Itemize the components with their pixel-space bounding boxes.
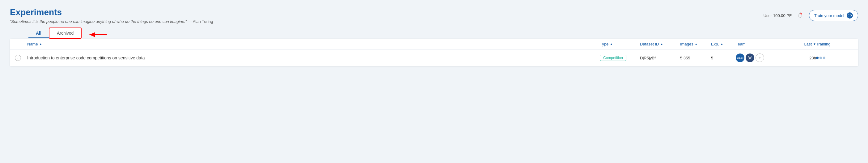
experiment-name[interactable]: Introduction to enterprise code competit… (27, 55, 600, 60)
dataset-sort-icon: ▲ (660, 43, 663, 46)
user-label: User (763, 13, 772, 18)
red-arrow-annotation (84, 30, 109, 39)
col-dataset-header[interactable]: Dataset ID ▲ (640, 42, 680, 46)
last-sort-icon: ▼ (813, 43, 816, 46)
exp-count: 5 (711, 56, 736, 60)
tab-archived[interactable]: Archived (49, 28, 82, 39)
quote-text: "Sometimes it is the people no one can i… (10, 19, 213, 24)
name-sort-icon: ▲ (39, 43, 42, 46)
page-container: Experiments "Sometimes it is the people … (0, 0, 868, 163)
exp-sort-icon: ▲ (720, 43, 723, 46)
quote-content: "Sometimes it is the people no one can i… (10, 19, 187, 24)
col-training-header: Training (816, 42, 841, 46)
svg-point-0 (800, 13, 802, 15)
last-time: 23h (785, 56, 816, 60)
col-exp-header[interactable]: Exp. ▲ (711, 42, 736, 46)
team-column: CEBI + (736, 54, 785, 62)
quote-author: — Alan Turing (188, 19, 213, 24)
col-type-header[interactable]: Type ▲ (600, 42, 640, 46)
team-avatar-gear[interactable] (746, 54, 754, 62)
table-header: Name ▲ Type ▲ Dataset ID ▲ Images ▲ Exp.… (10, 39, 858, 50)
col-team-header: Team (736, 42, 785, 46)
col-images-header[interactable]: Images ▲ (680, 42, 711, 46)
dot-1 (816, 57, 818, 59)
table-row: i Introduction to enterprise code compet… (10, 50, 858, 66)
training-status (816, 57, 841, 59)
header-right: User 100.00 PF Train your model CO (763, 7, 858, 21)
col-name-header[interactable]: Name ▲ (27, 42, 600, 46)
images-sort-icon: ▲ (695, 43, 698, 46)
images-count: 5 355 (680, 56, 711, 60)
col-last-header[interactable]: Last ▼ (785, 42, 816, 46)
co-logo-icon: CO (847, 12, 853, 19)
train-button-label: Train your model (814, 13, 844, 18)
page-title: Experiments (10, 7, 213, 17)
dot-3 (823, 57, 825, 59)
dataset-id: DjR5jyBf (640, 56, 680, 60)
notification-bell-icon[interactable] (797, 12, 804, 19)
competition-badge[interactable]: Competition (600, 55, 626, 61)
experiment-type: Competition (600, 55, 640, 61)
row-more-options-button[interactable]: ⋮ (841, 54, 853, 61)
tab-all[interactable]: All (28, 28, 49, 38)
train-model-button[interactable]: Train your model CO (809, 10, 858, 21)
team-avatar-cebi[interactable]: CEBI (736, 54, 744, 62)
type-sort-icon: ▲ (610, 43, 613, 46)
experiments-table: Name ▲ Type ▲ Dataset ID ▲ Images ▲ Exp.… (10, 39, 858, 66)
team-add-member-button[interactable]: + (755, 54, 764, 62)
svg-point-3 (749, 57, 751, 59)
header-left: Experiments "Sometimes it is the people … (10, 7, 213, 24)
info-icon[interactable]: i (15, 55, 21, 61)
user-pf-display: User 100.00 PF (763, 13, 792, 18)
tabs-row: All Archived (28, 28, 858, 39)
tab-all-label: All (36, 31, 41, 35)
pf-value: 100.00 PF (773, 13, 792, 18)
tab-archived-label: Archived (57, 31, 73, 35)
header-row: Experiments "Sometimes it is the people … (10, 7, 858, 24)
dot-2 (819, 57, 822, 59)
